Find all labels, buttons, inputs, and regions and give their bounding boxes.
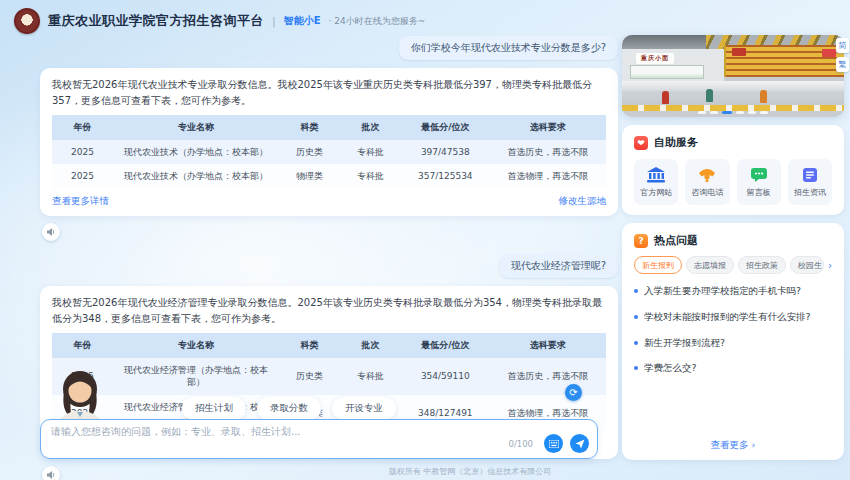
cell: 397/47538 <box>401 140 490 164</box>
question-item[interactable]: 学费怎么交? <box>634 362 832 375</box>
bot-message-text: 我校暂无2026年现代农业经济管理专业录取分数信息。2025年该专业历史类专科批… <box>52 295 606 326</box>
photo-counter <box>622 81 844 111</box>
question-item[interactable]: 入学新生要办理学校指定的手机卡吗? <box>634 285 832 298</box>
col-batch: 批次 <box>340 115 401 140</box>
change-origin-link[interactable]: 修改生源地 <box>559 195 607 208</box>
col-major: 专业名称 <box>113 115 279 140</box>
refresh-button[interactable]: ⟳ <box>565 384 582 401</box>
send-button[interactable] <box>570 434 589 453</box>
carousel-dot[interactable] <box>748 111 756 114</box>
carousel-dots <box>622 111 844 114</box>
question-text: 新生开学报到流程? <box>644 337 725 350</box>
bullet-dot-icon <box>634 341 638 345</box>
message-input[interactable] <box>51 426 451 437</box>
bullet-dot-icon <box>634 315 638 319</box>
tab-freshman-checkin[interactable]: 新生报到 <box>634 256 682 274</box>
photo-menu-board <box>724 45 844 77</box>
message-board-icon <box>750 167 768 183</box>
assistant-name: 智能小E <box>284 14 321 28</box>
table-row: 2025 现代农业技术（办学地点：校本部） 物理类 专科批 357/125534… <box>52 164 606 188</box>
cell: 首选历史，再选不限 <box>490 358 606 394</box>
self-service-title: 自助服务 <box>654 135 698 150</box>
simplified-chinese-button[interactable]: 简 <box>836 38 849 53</box>
hot-questions-title: 热点问题 <box>654 233 698 248</box>
carousel-dot[interactable] <box>760 111 768 114</box>
service-message-board[interactable]: 留言板 <box>737 159 781 205</box>
service-consult-phone[interactable]: 咨询电话 <box>685 159 729 205</box>
col-year: 年份 <box>52 115 113 140</box>
bank-icon <box>647 167 665 183</box>
cell: 首选历史，再选不限 <box>490 140 606 164</box>
carousel-dot-active[interactable] <box>722 111 732 114</box>
message-input-box: 0/100 <box>40 419 598 459</box>
cell: 专科批 <box>340 358 401 394</box>
question-list: 入学新生要办理学校指定的手机卡吗? 学校对未能按时报到的学生有什么安排? 新生开… <box>634 285 832 375</box>
question-item[interactable]: 新生开学报到流程? <box>634 337 832 350</box>
hot-questions-icon: ? <box>634 234 648 248</box>
table-header-row: 年份 专业名称 科类 批次 最低分/位次 选科要求 <box>52 333 606 358</box>
cell: 现代农业技术（办学地点：校本部） <box>113 164 279 188</box>
speaker-button[interactable] <box>42 223 60 241</box>
col-minscore: 最低分/位次 <box>401 333 490 358</box>
language-toggle: 简 繁 <box>836 38 849 72</box>
service-label: 招生资讯 <box>794 187 826 198</box>
service-official-website[interactable]: 官方网站 <box>634 159 678 205</box>
cell: 首选物理，再选不限 <box>490 164 606 188</box>
col-batch: 批次 <box>340 333 401 358</box>
carousel-dot[interactable] <box>736 111 744 114</box>
page-title: 重庆农业职业学院官方招生咨询平台 <box>48 12 264 30</box>
char-counter: 0/100 <box>509 439 534 449</box>
bot-message-card: 我校暂无2026年现代农业技术专业录取分数信息。我校2025年该专业重庆历史类专… <box>40 68 618 216</box>
cell: 现代农业技术（办学地点：校本部） <box>113 140 279 164</box>
user-message: 你们学校今年现代农业技术专业分数是多少? <box>399 36 618 60</box>
tab-policy[interactable]: 招生政策 <box>738 256 786 274</box>
assistant-tagline: · 24小时在线为您服务~ <box>329 15 426 28</box>
question-text: 入学新生要办理学校指定的手机卡吗? <box>644 285 801 298</box>
sidebar: 重庆小面 ❤ 自助服务 <box>622 35 844 460</box>
col-year: 年份 <box>52 333 113 358</box>
speaker-button[interactable] <box>42 466 60 480</box>
chip-offered-majors[interactable]: 开设专业 <box>332 397 396 420</box>
voice-keyboard-button[interactable] <box>544 434 563 453</box>
col-major: 专业名称 <box>113 333 279 358</box>
chip-admission-plan[interactable]: 招生计划 <box>182 397 246 420</box>
cell: 物理类 <box>279 164 340 188</box>
question-text: 学校对未能按时报到的学生有什么安排? <box>644 311 811 324</box>
service-label: 咨询电话 <box>691 187 723 198</box>
service-label: 留言板 <box>747 187 771 198</box>
cell: 历史类 <box>279 140 340 164</box>
noodle-sign-text: 重庆小面 <box>636 53 674 64</box>
quick-chip-row: 招生计划 录取分数 开设专业 <box>182 397 396 420</box>
question-item[interactable]: 学校对未能按时报到的学生有什么安排? <box>634 311 832 324</box>
cell: 354/59110 <box>401 358 490 394</box>
cell: 专科批 <box>340 140 401 164</box>
col-minscore: 最低分/位次 <box>401 115 490 140</box>
bullet-dot-icon <box>634 289 638 293</box>
header-divider: | <box>272 15 276 28</box>
tab-application[interactable]: 志愿填报 <box>686 256 734 274</box>
hot-questions-panel: ? 热点问题 新生报到 志愿填报 招生政策 校园生 › 入学新生要办理学校指定的… <box>622 223 844 460</box>
tab-campus-life[interactable]: 校园生 <box>790 256 824 274</box>
col-subject: 科类 <box>279 115 340 140</box>
campus-photo-carousel[interactable]: 重庆小面 <box>622 35 844 117</box>
traditional-chinese-button[interactable]: 繁 <box>836 57 849 72</box>
carousel-dot[interactable] <box>698 111 706 114</box>
col-subject: 科类 <box>279 333 340 358</box>
chip-admission-scores[interactable]: 录取分数 <box>257 397 321 420</box>
cell: 357/125534 <box>401 164 490 188</box>
speaker-icon <box>46 470 56 480</box>
view-more-link[interactable]: 查看更多 › <box>622 439 844 452</box>
view-more-details-link[interactable]: 查看更多详情 <box>52 195 109 208</box>
cell: 2025 <box>52 140 113 164</box>
speaker-icon <box>46 227 56 237</box>
tabs-more-arrow[interactable]: › <box>828 260 832 271</box>
service-admission-news[interactable]: 招生资讯 <box>788 159 832 205</box>
cell: 专科批 <box>340 164 401 188</box>
self-service-icon: ❤ <box>634 136 648 150</box>
carousel-dot[interactable] <box>710 111 718 114</box>
school-logo-icon <box>14 8 40 34</box>
news-doc-icon <box>802 167 818 183</box>
phone-icon <box>698 167 716 183</box>
bot-message-text: 我校暂无2026年现代农业技术专业录取分数信息。我校2025年该专业重庆历史类专… <box>52 77 606 108</box>
service-label: 官方网站 <box>640 187 672 198</box>
